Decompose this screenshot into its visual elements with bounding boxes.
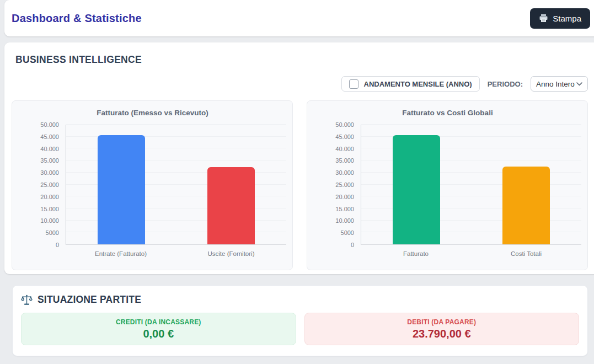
situazione-heading-text: SITUAZIONE PARTITE [38, 294, 141, 306]
y-tick-label: 0 [56, 242, 59, 248]
credits-box: CREDITI (DA INCASSARE) 0,00 € [21, 313, 296, 345]
y-tick-label: 10.000 [335, 217, 354, 224]
y-tick-label: 40.000 [40, 146, 59, 152]
plot-area [66, 125, 286, 245]
bar-cell-entrate-fatturato [66, 125, 176, 244]
chart-title: Fatturato (Emesso vs Ricevuto) [19, 109, 286, 117]
x-axis-labels: FatturatoCosti Totali [361, 250, 581, 257]
print-button-label: Stampa [553, 14, 581, 23]
y-tick-label: 25.000 [40, 181, 59, 188]
x-axis-label: Entrate (Fatturato) [66, 250, 176, 257]
x-axis-label: Costi Totali [471, 250, 581, 257]
business-intelligence-card: BUSINESS INTELLIGENCE ANDAMENTO MENSILE … [4, 42, 594, 274]
page-title: Dashboard & Statistiche [12, 12, 142, 25]
y-tick-label: 30.000 [40, 169, 59, 176]
debits-box: DEBITI (DA PAGARE) 23.790,00 € [304, 313, 580, 345]
x-axis-label: Uscite (Fornitori) [176, 250, 286, 257]
y-axis: 0500010.00015.00020.00025.00030.00035.00… [19, 125, 66, 245]
bar-fatturato [393, 135, 440, 244]
chart-fatturato-emesso-vs-ricevuto: Fatturato (Emesso vs Ricevuto) 0500010.0… [12, 100, 293, 270]
situazione-heading: SITUAZIONE PARTITE [21, 294, 579, 306]
y-tick-label: 35.000 [40, 157, 59, 164]
charts-row: Fatturato (Emesso vs Ricevuto) 0500010.0… [12, 100, 588, 270]
x-axis-labels: Entrate (Fatturato)Uscite (Fornitori) [66, 250, 286, 257]
y-tick-label: 45.000 [335, 133, 354, 140]
credits-value: 0,00 € [143, 328, 174, 340]
y-tick-label: 15.000 [40, 206, 59, 212]
bar-cell-costi-totali [472, 125, 582, 244]
periodo-label: PERIODO: [488, 80, 523, 88]
chart-fatturato-vs-costi-globali: Fatturato vs Costi Globali 0500010.00015… [307, 100, 588, 270]
chart-title: Fatturato vs Costi Globali [314, 109, 581, 117]
y-tick-label: 40.000 [335, 146, 354, 152]
debits-label: DEBITI (DA PAGARE) [407, 318, 476, 326]
bar-entrate-fatturato [98, 135, 145, 244]
y-tick-label: 10.000 [40, 217, 59, 224]
situazione-partite-card: SITUAZIONE PARTITE CREDITI (DA INCASSARE… [12, 285, 588, 356]
print-button[interactable]: Stampa [530, 8, 590, 29]
y-tick-label: 50.000 [40, 121, 59, 128]
periodo-select[interactable]: Anno Intero [531, 76, 588, 92]
y-tick-label: 5000 [46, 229, 59, 236]
y-tick-label: 35.000 [335, 157, 354, 164]
credits-label: CREDITI (DA INCASSARE) [116, 318, 201, 326]
plot-area [361, 125, 581, 245]
y-tick-label: 45.000 [40, 133, 59, 140]
bar-cell-uscite-fornitori [176, 125, 287, 244]
y-tick-label: 0 [351, 242, 354, 248]
periodo-select-value: Anno Intero [536, 80, 575, 88]
section-heading: BUSINESS INTELLIGENCE [15, 54, 588, 66]
bar-costi-totali [502, 167, 550, 244]
chart-controls: ANDAMENTO MENSILE (ANNO) PERIODO: Anno I… [12, 76, 588, 92]
y-tick-label: 25.000 [335, 181, 354, 188]
andamento-checkbox-group[interactable]: ANDAMENTO MENSILE (ANNO) [341, 76, 480, 92]
chevron-down-icon [576, 82, 582, 86]
y-tick-label: 50.000 [335, 121, 354, 128]
bar-uscite-fornitori [207, 167, 255, 244]
andamento-checkbox[interactable] [349, 79, 358, 89]
y-tick-label: 15.000 [335, 206, 354, 212]
y-axis: 0500010.00015.00020.00025.00030.00035.00… [314, 125, 361, 245]
y-tick-label: 20.000 [335, 194, 354, 200]
y-tick-label: 30.000 [335, 169, 354, 176]
y-tick-label: 20.000 [40, 194, 59, 200]
y-tick-label: 5000 [341, 229, 354, 236]
x-axis-label: Fatturato [361, 250, 471, 257]
bar-cell-fatturato [361, 125, 472, 244]
header-bar: Dashboard & Statistiche Stampa [4, 0, 594, 36]
debits-value: 23.790,00 € [413, 328, 471, 340]
scales-icon [21, 295, 33, 306]
printer-icon [539, 14, 548, 23]
andamento-checkbox-label: ANDAMENTO MENSILE (ANNO) [364, 80, 472, 88]
